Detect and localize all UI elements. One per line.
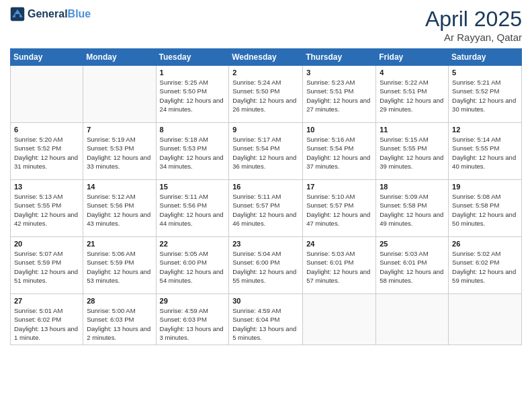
calendar-cell: 29Sunrise: 4:59 AM Sunset: 6:03 PM Dayli… <box>156 294 229 345</box>
day-number: 13 <box>14 183 79 191</box>
day-number: 16 <box>232 183 299 191</box>
weekday-header-sunday: Sunday <box>11 49 83 66</box>
calendar-cell: 12Sunrise: 5:14 AM Sunset: 5:55 PM Dayli… <box>449 123 522 180</box>
day-number: 19 <box>452 183 518 191</box>
calendar-cell: 14Sunrise: 5:12 AM Sunset: 5:56 PM Dayli… <box>83 180 156 237</box>
weekday-header-thursday: Thursday <box>303 49 376 66</box>
calendar-cell: 7Sunrise: 5:19 AM Sunset: 5:53 PM Daylig… <box>83 123 156 180</box>
logo: GeneralBlue <box>10 7 91 21</box>
day-info: Sunrise: 5:18 AM Sunset: 5:53 PM Dayligh… <box>160 135 226 171</box>
day-number: 28 <box>87 297 152 305</box>
day-info: Sunrise: 5:07 AM Sunset: 5:59 PM Dayligh… <box>14 249 79 285</box>
day-number: 29 <box>160 297 226 305</box>
calendar-cell: 19Sunrise: 5:08 AM Sunset: 5:58 PM Dayli… <box>449 180 522 237</box>
calendar-cell: 17Sunrise: 5:10 AM Sunset: 5:57 PM Dayli… <box>303 180 376 237</box>
day-info: Sunrise: 5:04 AM Sunset: 6:00 PM Dayligh… <box>232 249 299 285</box>
day-info: Sunrise: 5:19 AM Sunset: 5:53 PM Dayligh… <box>87 135 152 171</box>
calendar-cell: 4Sunrise: 5:22 AM Sunset: 5:51 PM Daylig… <box>376 66 449 123</box>
day-number: 15 <box>160 183 226 191</box>
calendar-cell: 3Sunrise: 5:23 AM Sunset: 5:51 PM Daylig… <box>303 66 376 123</box>
calendar-cell: 21Sunrise: 5:06 AM Sunset: 5:59 PM Dayli… <box>83 237 156 294</box>
day-number: 10 <box>306 126 372 134</box>
day-number: 18 <box>380 183 445 191</box>
day-number: 30 <box>232 297 299 305</box>
week-row-5: 27Sunrise: 5:01 AM Sunset: 6:02 PM Dayli… <box>11 294 522 345</box>
day-number: 27 <box>14 297 79 305</box>
day-info: Sunrise: 5:14 AM Sunset: 5:55 PM Dayligh… <box>452 135 518 171</box>
week-row-1: 1Sunrise: 5:25 AM Sunset: 5:50 PM Daylig… <box>11 66 522 123</box>
calendar-cell: 24Sunrise: 5:03 AM Sunset: 6:01 PM Dayli… <box>303 237 376 294</box>
weekday-header-tuesday: Tuesday <box>156 49 229 66</box>
day-info: Sunrise: 5:11 AM Sunset: 5:56 PM Dayligh… <box>160 192 226 228</box>
day-info: Sunrise: 5:03 AM Sunset: 6:01 PM Dayligh… <box>380 249 445 285</box>
day-info: Sunrise: 5:25 AM Sunset: 5:50 PM Dayligh… <box>160 78 226 113</box>
day-info: Sunrise: 4:59 AM Sunset: 6:04 PM Dayligh… <box>232 306 299 342</box>
calendar-table: SundayMondayTuesdayWednesdayThursdayFrid… <box>10 48 522 345</box>
day-info: Sunrise: 5:17 AM Sunset: 5:54 PM Dayligh… <box>232 135 299 171</box>
day-info: Sunrise: 5:16 AM Sunset: 5:54 PM Dayligh… <box>306 135 372 171</box>
svg-rect-2 <box>15 14 19 18</box>
day-info: Sunrise: 4:59 AM Sunset: 6:03 PM Dayligh… <box>160 306 226 342</box>
title-block: April 2025 Ar Rayyan, Qatar <box>425 7 522 43</box>
calendar-cell: 13Sunrise: 5:13 AM Sunset: 5:55 PM Dayli… <box>11 180 83 237</box>
week-row-2: 6Sunrise: 5:20 AM Sunset: 5:52 PM Daylig… <box>11 123 522 180</box>
day-number: 8 <box>160 126 226 134</box>
day-info: Sunrise: 5:00 AM Sunset: 6:03 PM Dayligh… <box>87 306 152 342</box>
day-number: 23 <box>232 240 299 248</box>
day-number: 6 <box>14 126 79 134</box>
day-info: Sunrise: 5:21 AM Sunset: 5:52 PM Dayligh… <box>452 78 518 113</box>
day-info: Sunrise: 5:15 AM Sunset: 5:55 PM Dayligh… <box>380 135 445 171</box>
calendar-cell: 20Sunrise: 5:07 AM Sunset: 5:59 PM Dayli… <box>11 237 83 294</box>
day-info: Sunrise: 5:12 AM Sunset: 5:56 PM Dayligh… <box>87 192 152 228</box>
week-row-3: 13Sunrise: 5:13 AM Sunset: 5:55 PM Dayli… <box>11 180 522 237</box>
day-info: Sunrise: 5:22 AM Sunset: 5:51 PM Dayligh… <box>380 78 445 113</box>
day-info: Sunrise: 5:23 AM Sunset: 5:51 PM Dayligh… <box>306 78 372 113</box>
calendar-cell: 2Sunrise: 5:24 AM Sunset: 5:50 PM Daylig… <box>229 66 303 123</box>
day-info: Sunrise: 5:06 AM Sunset: 5:59 PM Dayligh… <box>87 249 152 285</box>
calendar-cell: 30Sunrise: 4:59 AM Sunset: 6:04 PM Dayli… <box>229 294 303 345</box>
logo-icon <box>10 7 25 21</box>
day-info: Sunrise: 5:11 AM Sunset: 5:57 PM Dayligh… <box>232 192 299 228</box>
weekday-header-wednesday: Wednesday <box>229 49 303 66</box>
weekday-header-monday: Monday <box>83 49 156 66</box>
day-info: Sunrise: 5:08 AM Sunset: 5:58 PM Dayligh… <box>452 192 518 228</box>
calendar-cell: 11Sunrise: 5:15 AM Sunset: 5:55 PM Dayli… <box>376 123 449 180</box>
calendar-cell <box>449 294 522 345</box>
day-info: Sunrise: 5:10 AM Sunset: 5:57 PM Dayligh… <box>306 192 372 228</box>
weekday-header-saturday: Saturday <box>449 49 522 66</box>
calendar-cell: 8Sunrise: 5:18 AM Sunset: 5:53 PM Daylig… <box>156 123 229 180</box>
month-title: April 2025 <box>425 7 522 32</box>
calendar-cell <box>83 66 156 123</box>
calendar-cell: 15Sunrise: 5:11 AM Sunset: 5:56 PM Dayli… <box>156 180 229 237</box>
calendar-cell: 10Sunrise: 5:16 AM Sunset: 5:54 PM Dayli… <box>303 123 376 180</box>
calendar-cell: 1Sunrise: 5:25 AM Sunset: 5:50 PM Daylig… <box>156 66 229 123</box>
week-row-4: 20Sunrise: 5:07 AM Sunset: 5:59 PM Dayli… <box>11 237 522 294</box>
day-number: 5 <box>452 68 518 77</box>
day-info: Sunrise: 5:03 AM Sunset: 6:01 PM Dayligh… <box>306 249 372 285</box>
day-number: 7 <box>87 126 152 134</box>
weekday-header-friday: Friday <box>376 49 449 66</box>
weekday-header-row: SundayMondayTuesdayWednesdayThursdayFrid… <box>11 49 522 66</box>
day-number: 14 <box>87 183 152 191</box>
calendar-cell <box>376 294 449 345</box>
calendar-cell: 9Sunrise: 5:17 AM Sunset: 5:54 PM Daylig… <box>229 123 303 180</box>
page-header: GeneralBlue April 2025 Ar Rayyan, Qatar <box>10 7 522 43</box>
day-number: 12 <box>452 126 518 134</box>
calendar-cell: 26Sunrise: 5:02 AM Sunset: 6:02 PM Dayli… <box>449 237 522 294</box>
calendar-cell: 27Sunrise: 5:01 AM Sunset: 6:02 PM Dayli… <box>11 294 83 345</box>
day-info: Sunrise: 5:09 AM Sunset: 5:58 PM Dayligh… <box>380 192 445 228</box>
day-info: Sunrise: 5:13 AM Sunset: 5:55 PM Dayligh… <box>14 192 79 228</box>
day-number: 22 <box>160 240 226 248</box>
day-number: 21 <box>87 240 152 248</box>
day-number: 9 <box>232 126 299 134</box>
calendar-cell: 28Sunrise: 5:00 AM Sunset: 6:03 PM Dayli… <box>83 294 156 345</box>
day-number: 4 <box>380 68 445 77</box>
day-number: 11 <box>380 126 445 134</box>
calendar-cell: 23Sunrise: 5:04 AM Sunset: 6:00 PM Dayli… <box>229 237 303 294</box>
day-number: 26 <box>452 240 518 248</box>
location-subtitle: Ar Rayyan, Qatar <box>425 32 522 43</box>
day-number: 24 <box>306 240 372 248</box>
calendar-cell: 22Sunrise: 5:05 AM Sunset: 6:00 PM Dayli… <box>156 237 229 294</box>
calendar-cell <box>303 294 376 345</box>
day-info: Sunrise: 5:01 AM Sunset: 6:02 PM Dayligh… <box>14 306 79 342</box>
